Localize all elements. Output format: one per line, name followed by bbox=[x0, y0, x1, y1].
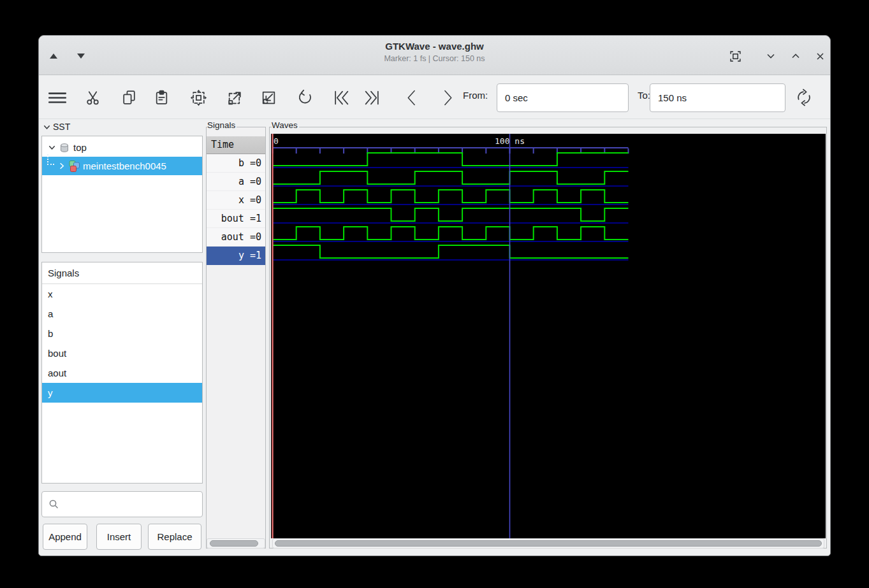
signal-search-box[interactable] bbox=[41, 491, 203, 517]
sst-title: SST bbox=[53, 122, 70, 132]
cut-icon bbox=[84, 89, 101, 106]
paste-icon bbox=[153, 89, 170, 106]
close-icon bbox=[815, 52, 825, 61]
go-next-icon bbox=[439, 89, 456, 106]
zoom-fit-icon bbox=[190, 89, 207, 106]
maximize-button[interactable] bbox=[787, 48, 804, 64]
replace-button[interactable]: Replace bbox=[148, 524, 201, 550]
tree-item-label: meintestbench0045 bbox=[83, 161, 166, 171]
menu-icon bbox=[47, 89, 68, 106]
tree-guide-line bbox=[47, 154, 54, 165]
signal-value-rows: b =0a =0x =0bout =1aout =0y =1 bbox=[207, 154, 265, 265]
signals-hscrollbar[interactable] bbox=[207, 538, 265, 549]
waves-panel-title: Waves bbox=[272, 120, 299, 130]
signal-value-row[interactable]: y =1 bbox=[207, 247, 265, 265]
toolbar: From: To: bbox=[39, 75, 830, 119]
append-button[interactable]: Append bbox=[43, 524, 87, 550]
timeline-zero-label: 0 bbox=[274, 136, 279, 146]
wave-background bbox=[271, 134, 826, 538]
collapse-chevron-icon bbox=[43, 123, 51, 131]
go-first-icon bbox=[333, 89, 350, 106]
go-first-button[interactable] bbox=[330, 86, 353, 109]
fullscreen-icon bbox=[729, 50, 741, 62]
go-last-button[interactable] bbox=[360, 86, 383, 109]
insert-button[interactable]: Insert bbox=[96, 524, 142, 550]
facilities-list: xabboutaouty bbox=[42, 284, 202, 403]
to-label: To: bbox=[638, 90, 650, 101]
expander-open-icon bbox=[48, 143, 56, 152]
go-last-icon bbox=[363, 89, 381, 106]
cut-button[interactable] bbox=[81, 86, 104, 109]
copy-button[interactable] bbox=[117, 86, 140, 109]
time-column-header[interactable]: Time bbox=[207, 136, 265, 154]
waves-panel: 0100 ns bbox=[269, 127, 827, 549]
go-previous-icon bbox=[404, 89, 421, 106]
waves-hscrollbar[interactable] bbox=[272, 538, 824, 549]
reload-button[interactable] bbox=[792, 86, 815, 109]
facility-list-item[interactable]: b bbox=[42, 324, 202, 343]
chevron-down-icon bbox=[766, 51, 776, 61]
facility-list-item[interactable]: aout bbox=[42, 363, 202, 383]
window-title: GTKWave - wave.ghw bbox=[39, 41, 830, 52]
zoom-in-button[interactable] bbox=[223, 86, 246, 109]
zoom-out-icon bbox=[260, 89, 277, 106]
minimize-button[interactable] bbox=[763, 48, 779, 64]
tree-item-label: top bbox=[73, 142, 87, 153]
database-icon bbox=[59, 143, 69, 153]
wave-canvas[interactable]: 0100 ns bbox=[271, 134, 826, 541]
undo-icon bbox=[296, 89, 314, 106]
signals-hscroll-thumb[interactable] bbox=[210, 540, 258, 547]
sst-expander[interactable]: SST bbox=[43, 120, 70, 133]
signals-panel: Time b =0a =0x =0bout =1aout =0y =1 bbox=[206, 127, 266, 549]
signals-panel-title: Signals bbox=[207, 120, 237, 130]
facilities-box: Signals xabboutaouty bbox=[41, 262, 203, 484]
zoom-in-icon bbox=[226, 89, 244, 106]
waves-hscroll-thumb[interactable] bbox=[275, 540, 822, 547]
signal-value-row[interactable]: aout =0 bbox=[207, 228, 265, 247]
to-input[interactable] bbox=[650, 83, 785, 112]
menu-button[interactable] bbox=[46, 86, 69, 109]
undo-button[interactable] bbox=[293, 86, 316, 109]
facility-list-item[interactable]: a bbox=[42, 304, 202, 324]
signal-value-row[interactable]: x =0 bbox=[207, 191, 265, 210]
from-input[interactable] bbox=[497, 83, 629, 112]
marker-cursor-status: Marker: 1 fs | Cursor: 150 ns bbox=[39, 54, 830, 63]
waveform-svg: 0100 ns bbox=[271, 134, 826, 538]
expander-closed-icon bbox=[57, 162, 66, 170]
from-label: From: bbox=[463, 90, 488, 101]
chevron-up-icon bbox=[791, 51, 801, 61]
zoom-fit-button[interactable] bbox=[187, 86, 210, 109]
go-next-button[interactable] bbox=[435, 86, 458, 109]
facility-list-item[interactable]: x bbox=[42, 284, 202, 304]
gtkwave-window: GTKWave - wave.ghw Marker: 1 fs | Cursor… bbox=[38, 35, 831, 556]
fullscreen-button[interactable] bbox=[727, 48, 743, 64]
facility-list-item[interactable]: y bbox=[42, 383, 202, 403]
reload-icon bbox=[795, 89, 813, 106]
tree-item-top[interactable]: top bbox=[42, 138, 202, 157]
signal-value-row[interactable]: b =0 bbox=[207, 154, 265, 173]
module-icon bbox=[68, 160, 80, 172]
search-icon bbox=[48, 499, 59, 510]
facilities-header: Signals bbox=[42, 262, 202, 284]
paste-button[interactable] bbox=[150, 86, 173, 109]
facility-list-item[interactable]: bout bbox=[42, 343, 202, 363]
titlebar[interactable]: GTKWave - wave.ghw Marker: 1 fs | Cursor… bbox=[39, 36, 830, 75]
tree-item-meintestbench[interactable]: meintestbench0045 bbox=[42, 157, 202, 175]
go-previous-button[interactable] bbox=[400, 86, 423, 109]
close-button[interactable] bbox=[812, 48, 828, 64]
signal-value-row[interactable]: bout =1 bbox=[207, 210, 265, 228]
zoom-out-button[interactable] bbox=[257, 86, 280, 109]
copy-icon bbox=[120, 89, 138, 106]
signal-value-row[interactable]: a =0 bbox=[207, 173, 265, 191]
sst-tree: top meintestbench0045 bbox=[41, 136, 203, 253]
